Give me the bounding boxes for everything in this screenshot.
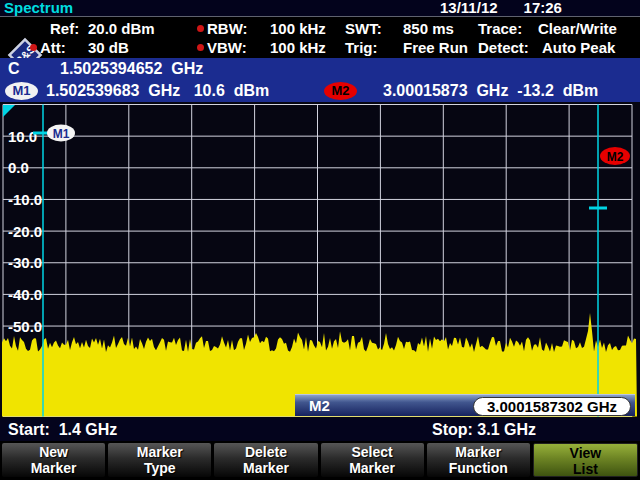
trigger-value: Free Run [403,39,468,57]
svg-text:0.0: 0.0 [8,159,29,176]
m1-badge: M1 [5,82,38,100]
svg-text:-20.0: -20.0 [8,223,42,240]
m2-frequency-input[interactable]: 3.0001587302 GHz [473,397,631,416]
detector-label: Detect: [478,39,529,57]
marker-m1-flag[interactable]: M1 [47,125,75,142]
center-freq-value: 1.5025394652 GHz [60,58,203,80]
spectrum-analyzer-screen: Spectrum 13/11/1217:26 R&S Ref: 20.0 dBm… [0,0,640,480]
date-time: 13/11/1217:26 [440,0,562,16]
att-coupled-bullet [30,44,37,51]
softkey-marker-type[interactable]: MarkerType [108,443,211,477]
sweep-time-label: SWT: [345,20,382,38]
sweep-time-value: 850 ms [403,20,454,38]
softkey-marker-function[interactable]: MarkerFunction [427,443,530,477]
spectrum-plot-area: 10.00.0-10.0-20.0-30.0-40.0-50.0M1M2 [0,102,640,418]
attenuation-label: Att: [40,39,66,57]
svg-text:M2: M2 [607,150,624,164]
trace-corner-indicator [3,105,15,117]
vbw-coupled-bullet [197,44,204,51]
center-freq-label: C [8,58,20,80]
frequency-axis-bar: Start: 1.4 GHz Stop: 3.1 GHz [0,418,640,441]
page-title: Spectrum [4,0,73,16]
m1-readout: 1.502539683 GHz 10.6 dBm [46,80,269,102]
stop-frequency-label: Stop: 3.1 GHz [432,420,536,440]
m2-entry-box: M2 3.0001587302 GHz [295,394,635,416]
svg-text:-30.0: -30.0 [8,254,42,271]
svg-text:-10.0: -10.0 [8,191,42,208]
time-label: 17:26 [524,0,562,16]
softkey-new-marker[interactable]: NewMarker [2,443,105,477]
softkey-delete-marker[interactable]: DeleteMarker [214,443,317,477]
trace-mode-label: Trace: [478,20,522,38]
title-bar: Spectrum 13/11/1217:26 [0,0,640,17]
date-label: 13/11/12 [440,0,498,16]
detector-value: Auto Peak [542,39,615,57]
rbw-value: 100 kHz [270,20,326,38]
vbw-label: VBW: [207,39,247,57]
marker-m2-level-dash [589,207,607,210]
rbw-label: RBW: [207,20,248,38]
trace-mode-value: Clear/Write [538,20,617,38]
center-freq-row: C 1.5025394652 GHz [0,58,640,80]
svg-text:-40.0: -40.0 [8,286,42,303]
marker-m2-flag[interactable]: M2 [600,147,630,165]
m2-entry-label: M2 [309,396,330,416]
rbw-coupled-bullet [197,25,204,32]
y-axis-labels: 10.00.0-10.0-20.0-30.0-40.0-50.0 [8,128,42,335]
softkey-view-list[interactable]: ViewList [533,443,638,477]
svg-text:-50.0: -50.0 [8,318,42,335]
start-frequency-label: Start: 1.4 GHz [8,420,117,440]
ref-level-label: Ref: [50,20,79,38]
softkey-select-marker[interactable]: SelectMarker [321,443,424,477]
settings-header: R&S Ref: 20.0 dBm Att: 30 dB RBW: 100 kH… [0,17,640,58]
vbw-value: 100 kHz [270,39,326,57]
softkey-bar: NewMarker MarkerType DeleteMarker Select… [0,441,640,480]
svg-text:M1: M1 [53,127,70,141]
marker-values-row: M1 1.502539683 GHz 10.6 dBm M2 3.0001587… [0,80,640,102]
m2-readout: 3.00015873 GHz -13.2 dBm [383,80,598,102]
marker-m1-level-dash [33,132,49,135]
attenuation-value: 30 dB [88,39,129,57]
svg-text:10.0: 10.0 [8,128,37,145]
ref-level-value: 20.0 dBm [88,20,155,38]
marker-readout-bar: C 1.5025394652 GHz M1 1.502539683 GHz 10… [0,58,640,102]
trigger-label: Trig: [345,39,378,57]
m2-badge: M2 [324,82,357,100]
spectrum-plot: 10.00.0-10.0-20.0-30.0-40.0-50.0M1M2 [0,102,640,418]
